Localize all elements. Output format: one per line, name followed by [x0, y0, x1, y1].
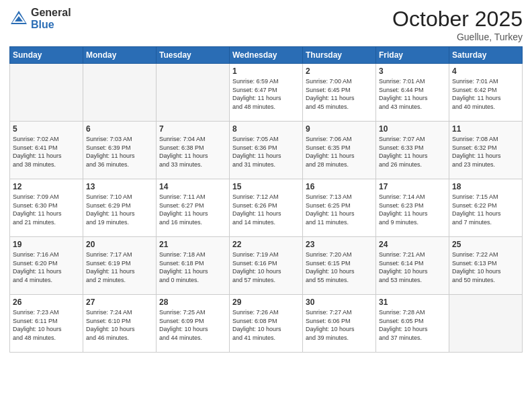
- day-info: Sunrise: 7:25 AM Sunset: 6:09 PM Dayligh…: [159, 308, 226, 342]
- table-row: 18Sunrise: 7:15 AM Sunset: 6:22 PM Dayli…: [449, 179, 523, 237]
- page: General Blue October 2025 Guellue, Turke…: [0, 0, 532, 411]
- day-number: 8: [232, 124, 300, 134]
- table-row: 6Sunrise: 7:03 AM Sunset: 6:39 PM Daylig…: [83, 122, 157, 179]
- day-number: 3: [379, 66, 446, 76]
- logo-general-text: General: [31, 7, 71, 19]
- table-row: 1Sunrise: 6:59 AM Sunset: 6:47 PM Daylig…: [230, 64, 303, 122]
- day-number: 10: [379, 124, 446, 134]
- day-info: Sunrise: 7:17 AM Sunset: 6:19 PM Dayligh…: [86, 250, 153, 284]
- table-row: 26Sunrise: 7:23 AM Sunset: 6:11 PM Dayli…: [10, 295, 83, 353]
- day-number: 25: [452, 240, 519, 249]
- day-number: 27: [86, 298, 153, 307]
- day-number: 2: [306, 66, 373, 76]
- day-info: Sunrise: 7:02 AM Sunset: 6:41 PM Dayligh…: [13, 135, 80, 169]
- day-number: 7: [159, 124, 226, 134]
- calendar-week-0: 1Sunrise: 6:59 AM Sunset: 6:47 PM Daylig…: [10, 64, 523, 122]
- day-number: 5: [13, 124, 80, 134]
- day-info: Sunrise: 7:05 AM Sunset: 6:36 PM Dayligh…: [232, 135, 300, 169]
- day-info: Sunrise: 7:04 AM Sunset: 6:38 PM Dayligh…: [159, 135, 226, 169]
- day-info: Sunrise: 7:01 AM Sunset: 6:42 PM Dayligh…: [452, 77, 519, 111]
- table-row: 31Sunrise: 7:28 AM Sunset: 6:05 PM Dayli…: [376, 295, 449, 353]
- day-info: Sunrise: 7:28 AM Sunset: 6:05 PM Dayligh…: [379, 308, 446, 342]
- table-row: 12Sunrise: 7:09 AM Sunset: 6:30 PM Dayli…: [10, 179, 83, 237]
- table-row: 20Sunrise: 7:17 AM Sunset: 6:19 PM Dayli…: [83, 237, 157, 295]
- table-row: 23Sunrise: 7:20 AM Sunset: 6:15 PM Dayli…: [303, 237, 376, 295]
- table-row: 13Sunrise: 7:10 AM Sunset: 6:29 PM Dayli…: [83, 179, 157, 237]
- table-row: 11Sunrise: 7:08 AM Sunset: 6:32 PM Dayli…: [449, 122, 523, 179]
- day-info: Sunrise: 7:07 AM Sunset: 6:33 PM Dayligh…: [379, 135, 446, 169]
- table-row: [83, 64, 157, 122]
- table-row: 15Sunrise: 7:12 AM Sunset: 6:26 PM Dayli…: [230, 179, 303, 237]
- day-info: Sunrise: 7:23 AM Sunset: 6:11 PM Dayligh…: [13, 308, 80, 342]
- day-info: Sunrise: 7:19 AM Sunset: 6:16 PM Dayligh…: [232, 250, 300, 284]
- day-number: 23: [306, 240, 373, 249]
- day-info: Sunrise: 7:14 AM Sunset: 6:23 PM Dayligh…: [379, 193, 446, 226]
- day-info: Sunrise: 7:13 AM Sunset: 6:25 PM Dayligh…: [306, 193, 373, 226]
- day-info: Sunrise: 7:06 AM Sunset: 6:35 PM Dayligh…: [306, 135, 373, 169]
- table-row: 14Sunrise: 7:11 AM Sunset: 6:27 PM Dayli…: [157, 179, 230, 237]
- table-row: 21Sunrise: 7:18 AM Sunset: 6:18 PM Dayli…: [157, 237, 230, 295]
- calendar-week-4: 26Sunrise: 7:23 AM Sunset: 6:11 PM Dayli…: [10, 295, 523, 353]
- calendar-week-2: 12Sunrise: 7:09 AM Sunset: 6:30 PM Dayli…: [10, 179, 523, 237]
- day-info: Sunrise: 7:11 AM Sunset: 6:27 PM Dayligh…: [159, 193, 226, 226]
- day-number: 29: [232, 298, 300, 307]
- day-info: Sunrise: 7:03 AM Sunset: 6:39 PM Dayligh…: [86, 135, 153, 169]
- day-number: 24: [379, 240, 446, 249]
- table-row: 30Sunrise: 7:27 AM Sunset: 6:06 PM Dayli…: [303, 295, 376, 353]
- day-number: 9: [306, 124, 373, 134]
- header-saturday: Saturday: [449, 47, 523, 64]
- calendar-week-3: 19Sunrise: 7:16 AM Sunset: 6:20 PM Dayli…: [10, 237, 523, 295]
- logo-blue-text: Blue: [31, 19, 71, 31]
- header-sunday: Sunday: [10, 47, 83, 64]
- calendar-header-row: Sunday Monday Tuesday Wednesday Thursday…: [10, 47, 523, 64]
- table-row: 24Sunrise: 7:21 AM Sunset: 6:14 PM Dayli…: [376, 237, 449, 295]
- header-tuesday: Tuesday: [157, 47, 230, 64]
- day-number: 17: [379, 182, 446, 191]
- logo-icon: [9, 9, 28, 28]
- day-number: 21: [159, 240, 226, 249]
- header: General Blue October 2025 Guellue, Turke…: [9, 7, 523, 42]
- month-title: October 2025: [392, 7, 523, 32]
- table-row: 2Sunrise: 7:00 AM Sunset: 6:45 PM Daylig…: [303, 64, 376, 122]
- table-row: 27Sunrise: 7:24 AM Sunset: 6:10 PM Dayli…: [83, 295, 157, 353]
- table-row: 22Sunrise: 7:19 AM Sunset: 6:16 PM Dayli…: [230, 237, 303, 295]
- day-info: Sunrise: 7:10 AM Sunset: 6:29 PM Dayligh…: [86, 193, 153, 226]
- day-info: Sunrise: 7:01 AM Sunset: 6:44 PM Dayligh…: [379, 77, 446, 111]
- day-number: 1: [232, 66, 300, 76]
- table-row: 5Sunrise: 7:02 AM Sunset: 6:41 PM Daylig…: [10, 122, 83, 179]
- day-number: 30: [306, 298, 373, 307]
- day-number: 28: [159, 298, 226, 307]
- table-row: 8Sunrise: 7:05 AM Sunset: 6:36 PM Daylig…: [230, 122, 303, 179]
- day-number: 15: [232, 182, 300, 191]
- day-number: 31: [379, 298, 446, 307]
- day-number: 12: [13, 182, 80, 191]
- table-row: [157, 64, 230, 122]
- day-info: Sunrise: 7:08 AM Sunset: 6:32 PM Dayligh…: [452, 135, 519, 169]
- day-info: Sunrise: 7:12 AM Sunset: 6:26 PM Dayligh…: [232, 193, 300, 226]
- day-info: Sunrise: 7:24 AM Sunset: 6:10 PM Dayligh…: [86, 308, 153, 342]
- day-number: 22: [232, 240, 300, 249]
- day-info: Sunrise: 7:22 AM Sunset: 6:13 PM Dayligh…: [452, 250, 519, 284]
- table-row: 17Sunrise: 7:14 AM Sunset: 6:23 PM Dayli…: [376, 179, 449, 237]
- day-info: Sunrise: 7:20 AM Sunset: 6:15 PM Dayligh…: [306, 250, 373, 284]
- day-info: Sunrise: 7:18 AM Sunset: 6:18 PM Dayligh…: [159, 250, 226, 284]
- header-monday: Monday: [83, 47, 157, 64]
- day-info: Sunrise: 7:00 AM Sunset: 6:45 PM Dayligh…: [306, 77, 373, 111]
- calendar-table: Sunday Monday Tuesday Wednesday Thursday…: [9, 46, 523, 353]
- table-row: 25Sunrise: 7:22 AM Sunset: 6:13 PM Dayli…: [449, 237, 523, 295]
- table-row: [10, 64, 83, 122]
- logo-text: General Blue: [31, 7, 71, 30]
- day-number: 4: [452, 66, 519, 76]
- title-block: October 2025 Guellue, Turkey: [392, 7, 523, 42]
- table-row: 19Sunrise: 7:16 AM Sunset: 6:20 PM Dayli…: [10, 237, 83, 295]
- day-number: 13: [86, 182, 153, 191]
- table-row: 9Sunrise: 7:06 AM Sunset: 6:35 PM Daylig…: [303, 122, 376, 179]
- day-number: 11: [452, 124, 519, 134]
- day-info: Sunrise: 7:16 AM Sunset: 6:20 PM Dayligh…: [13, 250, 80, 284]
- header-wednesday: Wednesday: [230, 47, 303, 64]
- table-row: 10Sunrise: 7:07 AM Sunset: 6:33 PM Dayli…: [376, 122, 449, 179]
- table-row: 3Sunrise: 7:01 AM Sunset: 6:44 PM Daylig…: [376, 64, 449, 122]
- table-row: 16Sunrise: 7:13 AM Sunset: 6:25 PM Dayli…: [303, 179, 376, 237]
- day-number: 18: [452, 182, 519, 191]
- day-number: 14: [159, 182, 226, 191]
